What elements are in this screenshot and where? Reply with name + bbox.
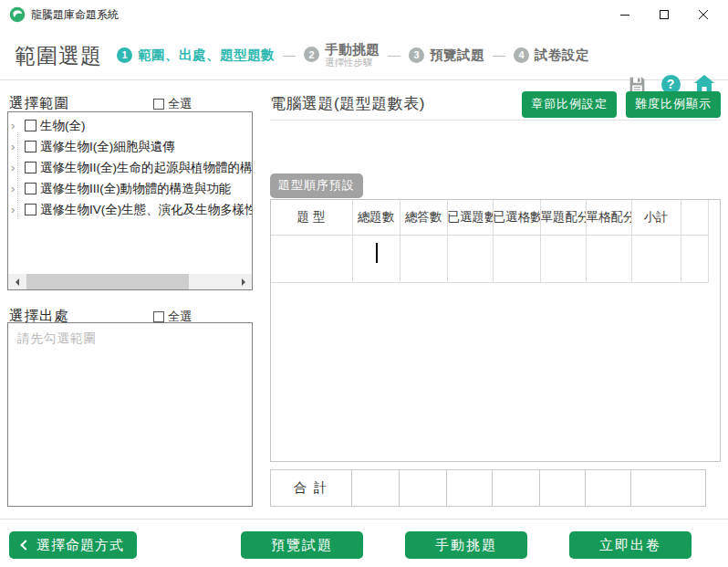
- difficulty-ratio-button[interactable]: 難度比例顯示: [626, 91, 721, 118]
- step-2-label: 手動挑題: [325, 42, 380, 58]
- close-button[interactable]: [688, 0, 719, 29]
- col-question-type: 題 型: [271, 200, 352, 235]
- step-3-number: 3: [409, 47, 424, 63]
- app-logo-icon: [9, 6, 26, 23]
- step-4: 4 試卷設定: [514, 47, 589, 64]
- source-list-panel[interactable]: 請先勾選範圍: [7, 322, 253, 507]
- total-cell: [352, 470, 400, 507]
- total-cell: [631, 470, 706, 507]
- col-points-per-question: 單題配分: [540, 200, 586, 235]
- col-selected-questions: 已選題數: [447, 200, 493, 235]
- scope-select-all[interactable]: 全選: [153, 96, 192, 112]
- tree-item-elective-1[interactable]: › 選修生物I(全)細胞與遺傳: [8, 136, 252, 157]
- tree-item-checkbox[interactable]: [25, 120, 36, 131]
- main-panel-title: 電腦選題(題型題數表): [270, 93, 425, 114]
- cell-total-answers[interactable]: [400, 235, 447, 282]
- header: 範圍選題 1 範圍、出處、題型題數 — 2 手動挑題 選擇性步驟 — 3 預覽試…: [0, 29, 728, 80]
- preview-questions-button[interactable]: 預覽試題: [241, 531, 363, 559]
- scope-tree-panel: › 生物(全) › 選修生物I(全)細胞與遺傳 › 選修生物II(全)生命的起源…: [7, 111, 253, 290]
- app-window: 龍騰題庫命題系統 範圍選題 1 範圍、出處、題型題數 — 2 手動挑題 選擇性步…: [0, 0, 728, 567]
- tree-item-checkbox[interactable]: [25, 183, 36, 194]
- generate-exam-button[interactable]: 立即出卷: [569, 531, 692, 559]
- footer-divider: [0, 519, 728, 520]
- total-row-table: 合 計: [270, 469, 706, 507]
- chapter-ratio-button[interactable]: 章節比例設定: [522, 91, 617, 118]
- cell-extra: [681, 235, 708, 282]
- tree-guide-line: [17, 132, 18, 219]
- cell-question-type[interactable]: [271, 235, 352, 282]
- cell-subtotal[interactable]: [631, 235, 681, 282]
- panel-divider: [270, 120, 721, 121]
- window-title: 龍騰題庫命題系統: [31, 0, 119, 29]
- title-bar: 龍騰題庫命題系統: [0, 0, 728, 29]
- step-separator: —: [283, 47, 296, 62]
- tree-item-checkbox[interactable]: [25, 204, 36, 215]
- page-title: 範圍選題: [15, 42, 102, 70]
- cell-selected-blanks[interactable]: [493, 235, 540, 282]
- tree-item-elective-4[interactable]: › 選修生物IV(全)生態、演化及生物多樣性: [8, 199, 252, 220]
- source-select-all-checkbox[interactable]: [153, 311, 164, 322]
- table-row: [271, 235, 708, 282]
- col-total-answers: 總答數: [400, 200, 447, 235]
- step-4-label: 試卷設定: [535, 47, 589, 64]
- back-chevron-icon: [20, 540, 30, 550]
- source-placeholder: 請先勾選範圍: [17, 331, 243, 347]
- col-points-per-blank: 單格配分: [586, 200, 631, 235]
- total-cell: [400, 470, 447, 507]
- tree-item-biology-all[interactable]: › 生物(全): [8, 115, 252, 136]
- manual-pick-button[interactable]: 手動挑題: [405, 531, 527, 559]
- question-order-preset-button[interactable]: 題型順序預設: [270, 173, 363, 198]
- back-to-method-button[interactable]: 選擇命題方式: [9, 531, 137, 559]
- total-cell: [493, 470, 540, 507]
- step-1: 1 範圍、出處、題型題數: [117, 47, 275, 64]
- step-2-subtitle: 選擇性步驟: [325, 57, 380, 68]
- expand-chevron-icon[interactable]: ›: [11, 120, 23, 131]
- scroll-left-arrow[interactable]: [8, 274, 24, 289]
- question-type-table-container: 題 型 總題數 總答數 已選題數 已選格數 單題配分 單格配分 小計: [270, 199, 721, 462]
- cell-points-per-blank[interactable]: [586, 235, 631, 282]
- tree-item-elective-3[interactable]: › 選修生物III(全)動物體的構造與功能: [8, 178, 252, 199]
- question-type-table: 題 型 總題數 總答數 已選題數 已選格數 單題配分 單格配分 小計: [271, 200, 709, 283]
- cell-points-per-question[interactable]: [540, 235, 586, 282]
- horizontal-scrollbar[interactable]: [8, 274, 252, 289]
- scope-section-header: 選擇範圍 全選: [9, 94, 246, 113]
- step-3-label: 預覽試題: [430, 47, 484, 64]
- step-2: 2 手動挑題 選擇性步驟: [304, 42, 380, 68]
- col-total-questions: 總題數: [352, 200, 400, 235]
- col-subtotal: 小計: [631, 200, 681, 235]
- step-4-number: 4: [514, 47, 529, 63]
- cell-total-questions[interactable]: [352, 235, 400, 282]
- tree-item-checkbox[interactable]: [25, 162, 36, 173]
- total-cell: [447, 470, 493, 507]
- step-1-number: 1: [117, 47, 132, 63]
- table-header-row: 題 型 總題數 總答數 已選題數 已選格數 單題配分 單格配分 小計: [271, 200, 708, 235]
- tree-item-elective-2[interactable]: › 選修生物II(全)生命的起源與植物體的構造: [8, 157, 252, 178]
- col-extra: [681, 200, 708, 235]
- tree-item-checkbox[interactable]: [25, 141, 36, 152]
- col-selected-blanks: 已選格數: [493, 200, 540, 235]
- total-row: 合 計: [271, 470, 706, 507]
- minimize-button[interactable]: [609, 0, 640, 29]
- step-separator: —: [388, 47, 400, 62]
- step-separator: —: [493, 47, 505, 62]
- total-cell: [540, 470, 586, 507]
- scope-select-all-label: 全選: [168, 96, 192, 112]
- scrollbar-thumb[interactable]: [26, 274, 189, 289]
- cell-selected-questions[interactable]: [447, 235, 493, 282]
- scope-title: 選擇範圍: [9, 94, 69, 113]
- maximize-button[interactable]: [649, 0, 680, 29]
- total-label-cell: 合 計: [271, 470, 352, 507]
- scroll-right-arrow[interactable]: [236, 274, 252, 289]
- text-caret: [376, 243, 378, 263]
- scope-tree: › 生物(全) › 選修生物I(全)細胞與遺傳 › 選修生物II(全)生命的起源…: [8, 112, 252, 274]
- step-3: 3 預覽試題: [409, 47, 484, 64]
- scope-select-all-checkbox[interactable]: [153, 99, 164, 110]
- step-1-label: 範圍、出處、題型題數: [138, 47, 275, 64]
- total-cell: [586, 470, 631, 507]
- step-indicator: 1 範圍、出處、題型題數 — 2 手動挑題 選擇性步驟 — 3 預覽試題 — 4…: [117, 29, 589, 80]
- step-2-number: 2: [304, 47, 319, 62]
